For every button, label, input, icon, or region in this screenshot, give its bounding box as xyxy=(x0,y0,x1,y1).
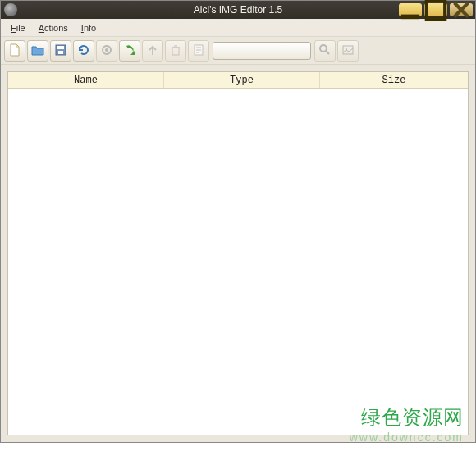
window-controls xyxy=(399,3,475,16)
content-area: Name Type Size xyxy=(1,65,475,442)
trash-icon xyxy=(169,43,182,58)
svg-rect-4 xyxy=(58,51,63,54)
save-button[interactable] xyxy=(50,40,71,62)
save-icon xyxy=(54,43,67,58)
folder-icon xyxy=(31,43,44,58)
menu-actions-label: ctions xyxy=(44,23,68,33)
file-icon xyxy=(8,43,21,58)
svg-rect-1 xyxy=(427,1,445,19)
search-button[interactable] xyxy=(314,40,336,62)
svg-point-9 xyxy=(320,45,327,52)
new-button[interactable] xyxy=(4,40,25,62)
column-header-type[interactable]: Type xyxy=(164,72,320,88)
maximize-button[interactable] xyxy=(424,3,447,16)
main-window: Alci's IMG Editor 1.5 File Actions Info xyxy=(0,0,476,443)
gear-icon xyxy=(100,43,113,58)
view-button[interactable] xyxy=(337,40,359,62)
table-header: Name Type Size xyxy=(8,72,468,89)
delete-button[interactable] xyxy=(165,40,186,62)
svg-point-6 xyxy=(105,48,108,52)
menu-info[interactable]: Info xyxy=(75,21,103,34)
titlebar[interactable]: Alci's IMG Editor 1.5 xyxy=(1,1,475,19)
refresh-button[interactable] xyxy=(73,40,94,62)
close-button[interactable] xyxy=(450,3,473,16)
file-list-panel: Name Type Size xyxy=(7,71,469,435)
document-icon xyxy=(192,43,205,58)
arrow-up-icon xyxy=(146,43,159,58)
toolbar xyxy=(1,37,475,65)
menubar: File Actions Info xyxy=(1,19,475,37)
arrow-down-icon xyxy=(123,43,136,58)
rename-button[interactable] xyxy=(188,40,209,62)
menu-info-label: nfo xyxy=(84,23,96,33)
minimize-button[interactable] xyxy=(399,3,422,16)
settings-button[interactable] xyxy=(96,40,117,62)
open-button[interactable] xyxy=(27,40,48,62)
menu-actions[interactable]: Actions xyxy=(32,21,75,34)
app-icon xyxy=(4,3,17,16)
import-button[interactable] xyxy=(119,40,140,62)
column-header-size[interactable]: Size xyxy=(320,72,468,88)
table-body[interactable] xyxy=(8,89,468,435)
svg-rect-3 xyxy=(57,46,64,49)
refresh-icon xyxy=(77,43,90,58)
column-header-name[interactable]: Name xyxy=(8,72,164,88)
search-icon xyxy=(318,43,332,58)
svg-rect-7 xyxy=(172,48,179,55)
menu-file[interactable]: File xyxy=(4,21,32,34)
image-icon xyxy=(341,43,355,58)
export-button[interactable] xyxy=(142,40,163,62)
svg-rect-0 xyxy=(401,15,419,20)
menu-file-label: ile xyxy=(16,23,25,33)
search-input[interactable] xyxy=(213,42,311,60)
